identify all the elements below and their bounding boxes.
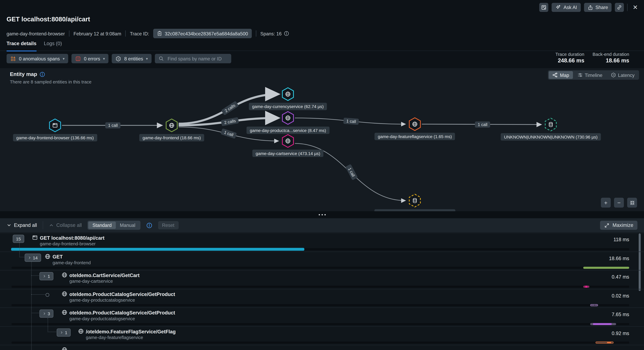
map-node-cart[interactable] bbox=[282, 134, 294, 148]
mode-manual[interactable]: Manual bbox=[116, 222, 139, 229]
info-icon[interactable] bbox=[284, 31, 289, 36]
trace-id-label: Trace ID: bbox=[130, 31, 149, 36]
span-track bbox=[12, 304, 629, 306]
span-row-2[interactable]: 1oteldemo.CartService/GetCartgame-day-ca… bbox=[0, 270, 644, 289]
span-duration: 0.92 ms bbox=[612, 330, 629, 336]
errors-filter[interactable]: 0 errors▾ bbox=[72, 54, 108, 63]
span-bar[interactable] bbox=[596, 341, 614, 343]
globe-icon bbox=[62, 291, 68, 297]
tab-logs[interactable]: Logs (0) bbox=[44, 41, 62, 51]
map-node-label-unknown: UNKNOWN|UNKNOWN|UNKNOWN (730.96 µs) bbox=[501, 133, 601, 141]
zoom-in-button[interactable]: + bbox=[601, 198, 611, 208]
tab-trace-details[interactable]: Trace details bbox=[6, 41, 36, 52]
span-service: game-day-cartservice bbox=[69, 279, 113, 283]
span-service: game-day-productcatalogservice bbox=[69, 316, 135, 321]
close-icon[interactable]: ✕ bbox=[631, 4, 640, 11]
duration-summary: Trace duration 248.66 ms Back-end durati… bbox=[556, 52, 629, 64]
map-node-featureflag[interactable] bbox=[408, 117, 421, 131]
copy-link-button[interactable] bbox=[615, 3, 624, 12]
expand-badge[interactable]: 3 bbox=[40, 309, 53, 318]
span-bar[interactable] bbox=[590, 304, 598, 306]
span-bar[interactable] bbox=[583, 285, 589, 287]
collapse-all-button[interactable]: Collapse all bbox=[49, 222, 82, 228]
link-icon bbox=[617, 5, 622, 10]
tree-guide-line bbox=[19, 242, 20, 256]
span-bar[interactable] bbox=[590, 323, 616, 325]
map-node-label-featureflag: game-day-featureflagservice (1.65 ms) bbox=[374, 133, 455, 140]
edge-label-frontend-cart: 1 call bbox=[220, 128, 237, 139]
globe-icon bbox=[412, 121, 418, 127]
span-row-4[interactable]: 3oteldemo.ProductCatalogService/GetProdu… bbox=[0, 307, 644, 326]
span-bar-segment bbox=[594, 304, 595, 306]
globe-icon bbox=[285, 115, 291, 121]
info-icon[interactable] bbox=[146, 222, 152, 228]
annotate-button[interactable] bbox=[539, 3, 548, 12]
span-bar-segment bbox=[612, 323, 616, 325]
plus-icon: + bbox=[604, 199, 608, 206]
tree-guide-line bbox=[48, 318, 48, 331]
expand-badge[interactable]: 1 bbox=[57, 328, 70, 336]
trace-duration-label: Trace duration bbox=[556, 52, 584, 57]
anomalous-icon bbox=[10, 56, 16, 62]
map-zoom-controls: + − bbox=[601, 198, 637, 208]
search-input[interactable] bbox=[167, 56, 228, 62]
span-bar-segment bbox=[585, 285, 587, 287]
span-row-0[interactable]: 15GET localhost:8080/api/cartgame-day-fr… bbox=[0, 233, 644, 251]
mode-standard[interactable]: Standard bbox=[88, 222, 116, 229]
tree-guide-line bbox=[19, 257, 24, 257]
error-icon bbox=[75, 56, 81, 62]
map-node-frontend[interactable] bbox=[166, 118, 178, 132]
ask-ai-button[interactable]: Ask AI bbox=[552, 3, 580, 12]
map-node-product[interactable] bbox=[282, 111, 294, 125]
sparkle-icon bbox=[555, 5, 561, 10]
span-row-3[interactable]: oteldemo.ProductCatalogService/GetProduc… bbox=[0, 289, 644, 307]
trace-id-chip[interactable]: 32c087ec434bce28367e5a684da8a500 bbox=[153, 29, 252, 38]
map-node-browser[interactable] bbox=[49, 118, 61, 132]
map-node-label-frontend: game-day-frontend (18.66 ms) bbox=[139, 134, 204, 141]
maximize-button[interactable]: Maximize bbox=[600, 221, 638, 230]
hexagon-icon bbox=[116, 56, 121, 62]
edge-label-product-featureflag: 1 call bbox=[343, 118, 359, 125]
tree-guide-line bbox=[31, 262, 32, 350]
trace-timestamp: February 12 at 9:08am bbox=[74, 31, 121, 36]
span-service: game-day-frontend-browser bbox=[40, 241, 96, 246]
minus-icon: − bbox=[617, 199, 621, 206]
span-duration: 7.65 ms bbox=[612, 311, 629, 317]
span-name: GET bbox=[52, 254, 63, 259]
span-duration: 0.02 ms bbox=[612, 293, 629, 298]
map-node-currency[interactable] bbox=[282, 87, 294, 101]
span-row-5[interactable]: 1/oteldemo.FeatureFlagService/GetFlaggam… bbox=[0, 326, 644, 345]
map-node-redis[interactable] bbox=[408, 194, 421, 208]
span-row-1[interactable]: 14GETgame-day-frontend18.66 ms bbox=[0, 251, 644, 270]
span-bar-segment bbox=[607, 342, 611, 343]
expand-badge[interactable]: 14 bbox=[25, 253, 41, 262]
map-node-unknown[interactable] bbox=[544, 118, 557, 132]
panel-resize-handle[interactable] bbox=[0, 211, 644, 218]
span-row-6[interactable] bbox=[0, 345, 644, 350]
service-name: game-day-frontend-browser bbox=[6, 31, 65, 36]
expand-badge[interactable]: 15 bbox=[13, 235, 24, 243]
reset-button[interactable]: Reset bbox=[158, 221, 178, 229]
chevron-right-icon bbox=[60, 331, 63, 334]
spans-count: Spans: 16 bbox=[260, 31, 282, 36]
span-name: oteldemo.ProductCatalogService/GetProduc… bbox=[69, 310, 175, 316]
leaf-node-dot bbox=[46, 293, 49, 296]
span-bar[interactable] bbox=[583, 267, 629, 269]
span-bar[interactable] bbox=[11, 248, 304, 250]
header-actions: Ask AI Share ✕ bbox=[539, 3, 640, 12]
fit-view-button[interactable] bbox=[627, 198, 637, 208]
span-waterfall: 15GET localhost:8080/api/cartgame-day-fr… bbox=[0, 232, 644, 350]
globe-icon bbox=[62, 272, 68, 278]
entities-filter[interactable]: 8 entities▾ bbox=[112, 54, 152, 63]
span-name: oteldemo.CartService/GetCart bbox=[69, 272, 140, 278]
globe-icon bbox=[62, 309, 68, 315]
share-icon bbox=[588, 5, 593, 10]
expand-badge[interactable]: 1 bbox=[40, 272, 53, 280]
anomalous-spans-filter[interactable]: 0 anomalous spans▾ bbox=[6, 54, 68, 63]
chevron-down-icon bbox=[6, 223, 12, 228]
collapse-arrows-icon bbox=[629, 200, 635, 205]
share-button[interactable]: Share bbox=[584, 3, 612, 12]
database-icon bbox=[412, 198, 418, 204]
zoom-out-button[interactable]: − bbox=[614, 198, 624, 208]
expand-all-button[interactable]: Expand all bbox=[6, 222, 37, 228]
